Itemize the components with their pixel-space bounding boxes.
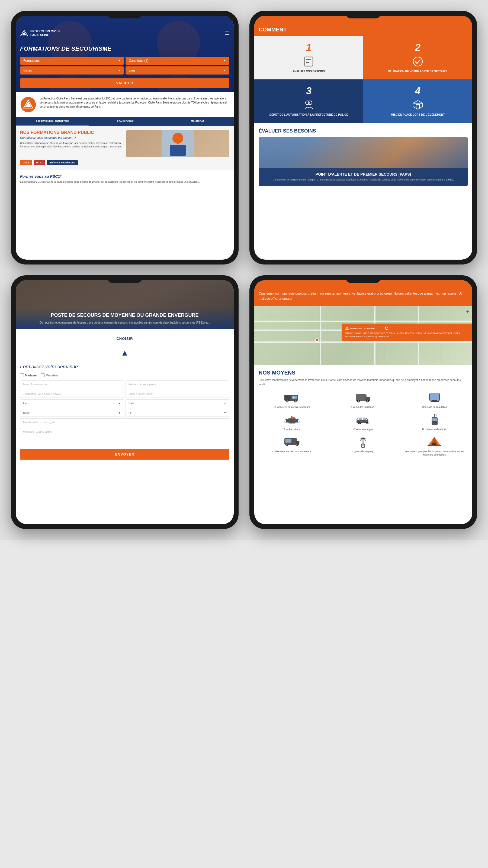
radio-madame[interactable]: Madame xyxy=(20,373,37,377)
badge-psc1[interactable]: PSC1 xyxy=(20,160,32,165)
fin-select[interactable]: Fin ▼ xyxy=(125,409,230,417)
icon-label-logistique: 3 véhicules logistique ; xyxy=(351,405,376,409)
candidats-label: Candidats (1) xyxy=(129,59,148,63)
nom-input[interactable]: Nom : Lorem ipsum xyxy=(20,380,124,388)
email-input[interactable]: Email : Lorem ipsum xyxy=(125,390,230,398)
message-input[interactable]: Message : Lorem ipsum xyxy=(20,428,230,444)
phone-screen-1: PROTECTION CIVILE PARIS SEINE ☰ FORMATIO… xyxy=(16,16,234,259)
map-zoom-icon[interactable]: + xyxy=(466,309,469,315)
lieu-label: Lieu xyxy=(23,402,28,405)
map-popup-text: Cras euismod, nunc quis dapibus pretium,… xyxy=(345,332,469,338)
p1-content-text: Consectetur adipiscing elit. Nulla ut ia… xyxy=(20,142,123,149)
monsieur-label: Monsieur xyxy=(46,374,58,377)
dates-filter-btn[interactable]: Dates ▼ xyxy=(20,66,124,74)
training-image xyxy=(161,130,194,157)
step-3-icon xyxy=(303,99,314,110)
svg-rect-7 xyxy=(170,145,186,156)
p2-evaluer-title: ÉVALUER SES BESOINS xyxy=(258,128,468,134)
svg-point-12 xyxy=(413,57,422,66)
lieu-filter-btn[interactable]: Lieu ▼ xyxy=(125,66,230,74)
madame-checkbox[interactable] xyxy=(20,373,24,377)
step-3-label: DÉPÔT DE L'AUTORISATION À LA PRÉFECTURE … xyxy=(270,113,348,117)
phone-notch-4 xyxy=(346,275,381,283)
p4-moyens-section: NOS MOYENS Pour votre manifestation / év… xyxy=(254,365,472,461)
icon-item-logistique: 3 véhicules logistique ; xyxy=(330,391,397,409)
step-2: 2 VALIDATION DE VOTRE POSTE DE SECOURS xyxy=(363,36,472,80)
p1-logo: PROTECTION CIVILE PARIS SEINE xyxy=(20,29,60,37)
vehicules-legers-svg xyxy=(355,414,371,424)
icon-item-salle: Une salle de régulation xyxy=(401,391,468,409)
icon-label-salle: Une salle de régulation xyxy=(422,405,447,409)
svg-point-53 xyxy=(435,422,436,423)
p1-formez-text: La formation PSC1 est ouverte (à toute p… xyxy=(20,180,230,184)
icon-label-gyropods: 2 gyropods Segway ; xyxy=(352,450,375,454)
radio-icon xyxy=(426,413,443,426)
step-2-number: 2 xyxy=(415,42,421,53)
prenom-input[interactable]: Prénom : Lorem ipsum xyxy=(125,380,230,388)
logistique-icon xyxy=(355,391,371,403)
tab-secourisme[interactable]: SECOURISME EN ENTREPRISE xyxy=(16,117,89,126)
step-3: 3 DÉPÔT DE L'AUTORISATION À LA PRÉFECTUR… xyxy=(254,80,363,123)
chevron-down-icon: ▼ xyxy=(118,411,121,414)
p3-hero-text: Composition et équipement de l'équipe : … xyxy=(20,320,230,324)
page-container: PROTECTION CIVILE PARIS SEINE ☰ FORMATIO… xyxy=(0,0,488,540)
p2-top-banner: COMMENT xyxy=(254,16,472,36)
p4-top-text: Cras euismod, nunc quis dapibus pretium,… xyxy=(254,280,472,306)
p3-nom-prenom: Nom : Lorem ipsum Prénom : Lorem ipsum xyxy=(20,380,230,388)
tab-grand-public[interactable]: GRAND PUBLIC xyxy=(89,117,161,126)
logistique-svg xyxy=(355,392,371,402)
p1-tabs: SECOURISME EN ENTREPRISE GRAND PUBLIC MO… xyxy=(16,117,234,126)
envoyer-button[interactable]: ENVOYER xyxy=(20,449,230,460)
arrow-icon: ▼ xyxy=(223,69,226,72)
phone-notch-3 xyxy=(107,275,142,283)
gyropods-icon xyxy=(355,435,371,448)
formations-filter-btn[interactable]: Formations ▼ xyxy=(20,57,124,65)
hamburger-menu-icon[interactable]: ☰ xyxy=(224,30,230,36)
map-road-h3 xyxy=(254,320,472,322)
vehicules-legers-icon xyxy=(355,413,371,426)
p1-section-subtitle: Connaissez-vous les gestes qui sauvent ? xyxy=(20,136,123,139)
date-label: Date xyxy=(128,402,134,405)
p1-header-top: PROTECTION CIVILE PARIS SEINE ☰ xyxy=(20,29,230,37)
svg-point-45 xyxy=(359,423,360,424)
choisir-button[interactable]: CHOISIR xyxy=(105,333,144,344)
antenne-logo-icon xyxy=(345,326,349,331)
map-pin-antenne[interactable]: ANTENNE DU 15ÈME Cras euismod, nunc quis… xyxy=(342,323,472,340)
svg-rect-51 xyxy=(432,418,437,421)
ambulance-svg xyxy=(284,392,300,402)
icon-item-tentes: Des tentes, groupes électrogènes, branca… xyxy=(401,435,468,457)
step-2-icon xyxy=(413,56,423,67)
valider-button[interactable]: VALIDER xyxy=(20,78,230,88)
lieu-select[interactable]: Lieu ▼ xyxy=(20,399,124,407)
commandement-svg xyxy=(284,436,300,446)
date-select[interactable]: Date ▼ xyxy=(125,399,230,407)
phone-frame-4: Cras euismod, nunc quis dapibus pretium,… xyxy=(249,275,477,529)
overlay-title: POINT D'ALERTE ET DE PREMIER SECOURS (PA… xyxy=(263,172,464,177)
civil-protection-icon xyxy=(20,96,36,113)
ambulance-icon xyxy=(284,391,300,403)
tab-monitorat[interactable]: MONITORAT xyxy=(161,117,234,126)
icon-label-embarcations: 17 embarcations ; xyxy=(282,428,302,431)
svg-point-25 xyxy=(286,400,288,402)
p1-content-grid: NOS FORMATIONS GRAND PUBLIC Connaissez-v… xyxy=(20,130,230,157)
telephone-input[interactable]: Téléphone : XXXXXXXXXXXXX xyxy=(20,390,124,398)
svg-point-14 xyxy=(308,101,312,104)
p1-text-col: NOS FORMATIONS GRAND PUBLIC Connaissez-v… xyxy=(20,130,123,157)
chevron-down-icon: ▼ xyxy=(224,411,226,414)
radio-monsieur[interactable]: Monsieur xyxy=(41,373,58,377)
map-label: ANTENNE DU 15ÈME xyxy=(350,327,375,330)
tentes-svg xyxy=(427,435,442,448)
p1-formez-title: Formez vous au PSC1* xyxy=(20,174,230,179)
svg-line-55 xyxy=(434,414,436,415)
p2-top-title: COMMENT xyxy=(258,27,286,33)
phone-notch-2 xyxy=(346,11,381,19)
candidats-filter-btn[interactable]: Candidats (1) ▼ xyxy=(125,57,230,65)
svg-rect-39 xyxy=(432,400,437,401)
step-4-label: MISE EN PLACE LORS DE L'ÉVÈNEMENT xyxy=(391,113,445,117)
badge-enfants[interactable]: Enfants / Nourrissons xyxy=(47,160,78,165)
debut-select[interactable]: Début ▼ xyxy=(20,409,124,417)
badge-pcs2[interactable]: PCS2 xyxy=(34,160,45,165)
overlay-text: Composition et équipement de l'équipe : … xyxy=(263,178,464,182)
manifestation-input[interactable]: Manifestation : Lorem ipsum xyxy=(20,418,230,426)
monsieur-checkbox[interactable] xyxy=(41,373,45,377)
